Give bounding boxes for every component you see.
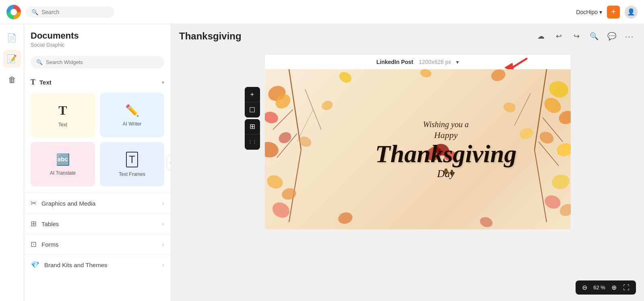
icon-bar: 📄 📝 🗑 [0, 24, 24, 301]
fullscreen-icon: ⛶ [623, 284, 630, 291]
widgets-icon: 📝 [7, 54, 17, 64]
zoom-out-button[interactable]: ⊖ [580, 283, 589, 292]
text-widget-label: Text [58, 122, 67, 128]
canvas-main-wrapper: LinkedIn Post 1200x628 px ▾ [265, 55, 571, 229]
text-widget-card[interactable]: T Text [31, 93, 95, 137]
user-avatar[interactable]: 👤 [625, 6, 638, 19]
ai-translate-icon: 🔤 [56, 153, 70, 166]
nav-right-section: DocHipo ▾ + 👤 [576, 6, 638, 19]
dimension-selector[interactable]: LinkedIn Post 1200x628 px ▾ [376, 59, 459, 65]
forms-icon: ⊡ [31, 240, 37, 249]
thanksgiving-big-text: Thanksgiving [375, 141, 516, 166]
undo-icon: ↩ [556, 32, 562, 41]
search-canvas-button[interactable]: 🔍 [588, 30, 601, 43]
canvas-toolbar-right: ☁ ↩ ↪ 🔍 💬 ··· [535, 30, 636, 43]
day-text: Day [375, 167, 516, 179]
chevron-down-icon: ▾ [162, 80, 164, 85]
forms-label: Forms [41, 241, 59, 248]
comment-button[interactable]: 💬 [605, 30, 618, 43]
app-logo[interactable] [6, 5, 21, 19]
frame-icon: ☐ [249, 106, 255, 114]
zoom-in-button[interactable]: ⊕ [610, 283, 618, 292]
chevron-down-icon: ▾ [599, 9, 602, 15]
tables-section[interactable]: ⊞ Tables › [24, 213, 171, 234]
sidebar-header: Documents Social Graphic [24, 31, 171, 53]
sidebar-item-widgets[interactable]: 📝 [3, 50, 21, 68]
chevron-right-icon: › [162, 262, 164, 268]
add-new-button[interactable]: + [607, 6, 620, 19]
dimension-selector-bar: LinkedIn Post 1200x628 px ▾ [265, 55, 571, 69]
ai-translate-label: AI Translate [50, 170, 76, 176]
text-section-header[interactable]: T Text ▾ [24, 75, 171, 90]
ai-writer-icon: ✏️ [125, 104, 139, 117]
canvas-area: Thanksgiving ☁ ↩ ↪ 🔍 💬 ··· [171, 24, 644, 301]
table-icon: ⊞ [31, 219, 37, 228]
cloud-save-button[interactable]: ☁ [535, 30, 547, 43]
forms-section[interactable]: ⊡ Forms › [24, 234, 171, 254]
text-frames-icon: T [126, 152, 138, 167]
text-frames-label: Text Frames [119, 171, 145, 177]
chevron-right-icon: › [162, 200, 164, 206]
redo-button[interactable]: ↪ [570, 30, 583, 43]
text-section-label: Text [39, 79, 52, 86]
sidebar-title: Documents [31, 31, 164, 41]
zoom-level: 62 % [592, 285, 607, 291]
widgets-search-bar[interactable]: 🔍 [31, 56, 164, 68]
dots-icon: ⋮⋮ [248, 140, 257, 145]
wishing-line2: Happy [375, 130, 516, 141]
scissors-icon: ✂ [31, 199, 37, 208]
add-element-button[interactable]: + [245, 87, 260, 102]
plus-icon: + [250, 91, 254, 99]
zoom-in-icon: ⊕ [611, 284, 617, 291]
linkedin-post-label: LinkedIn Post [376, 59, 413, 65]
trash-icon: 🗑 [8, 75, 16, 85]
canvas-text-content: Wishing you a Happy Thanksgiving Day [375, 119, 516, 180]
global-search-bar[interactable]: 🔍 [26, 6, 114, 18]
comment-icon: 💬 [607, 32, 616, 41]
canvas-inner-wrapper: + ☐ ⊞ ⋮⋮ [171, 48, 644, 301]
wishing-line1: Wishing you a [375, 119, 516, 130]
chevron-down-icon: ▾ [456, 59, 459, 65]
graphics-media-section[interactable]: ✂ Graphics and Media › [24, 193, 171, 213]
sidebar-collapse-handle[interactable]: ‹ [167, 155, 171, 171]
page-title: Thanksgiving [179, 31, 530, 42]
user-menu[interactable]: DocHipo ▾ [576, 9, 602, 15]
brand-kits-label: Brand Kits and Themes [44, 262, 107, 268]
zoom-bar: ⊖ 62 % ⊕ ⛶ [576, 280, 636, 295]
left-tool-panel: + ☐ ⊞ ⋮⋮ [245, 87, 260, 151]
fullscreen-button[interactable]: ⛶ [621, 283, 631, 292]
widget-grid: T Text ✏️ AI Writer 🔤 AI Translate T Tex… [24, 90, 171, 193]
tool-group-1: + ☐ [245, 87, 260, 118]
sidebar: Documents Social Graphic 🔍 T Text ▾ T Te… [24, 24, 171, 301]
ai-translate-widget-card[interactable]: 🔤 AI Translate [31, 142, 95, 186]
sidebar-subtitle: Social Graphic [31, 42, 164, 48]
text-widget-icon: T [58, 103, 67, 118]
zoom-out-icon: ⊖ [582, 284, 587, 291]
document-icon: 📄 [7, 33, 17, 43]
more-icon: ··· [625, 32, 634, 41]
text-frames-widget-card[interactable]: T Text Frames [100, 142, 164, 186]
search-input[interactable] [41, 9, 102, 15]
ai-writer-widget-card[interactable]: ✏️ AI Writer [100, 93, 164, 137]
more-options-button[interactable]: ··· [623, 30, 636, 43]
chevron-right-icon: › [162, 241, 164, 247]
ai-writer-label: AI Writer [123, 121, 141, 127]
sidebar-item-document[interactable]: 📄 [3, 29, 21, 47]
brand-kits-section[interactable]: 💎 Brand Kits and Themes › [24, 254, 171, 275]
dots-tool-button[interactable]: ⋮⋮ [245, 134, 260, 150]
chevron-right-icon: › [162, 221, 164, 227]
tables-label: Tables [41, 221, 59, 227]
frame-tool-button[interactable]: ☐ [245, 102, 260, 118]
grid-icon: ⊞ [250, 122, 255, 131]
tool-group-2: ⊞ ⋮⋮ [245, 119, 260, 150]
canvas-header: Thanksgiving ☁ ↩ ↪ 🔍 💬 ··· [171, 24, 644, 48]
grid-tool-button[interactable]: ⊞ [245, 119, 260, 134]
text-section-icon: T [31, 78, 35, 87]
search-icon: 🔍 [36, 59, 43, 65]
sidebar-item-trash[interactable]: 🗑 [3, 71, 21, 89]
top-navigation: 🔍 DocHipo ▾ + 👤 [0, 0, 644, 24]
search-icon: 🔍 [31, 9, 38, 15]
design-canvas: Wishing you a Happy Thanksgiving Day [265, 69, 571, 229]
widgets-search-input[interactable] [46, 59, 159, 65]
undo-button[interactable]: ↩ [552, 30, 565, 43]
